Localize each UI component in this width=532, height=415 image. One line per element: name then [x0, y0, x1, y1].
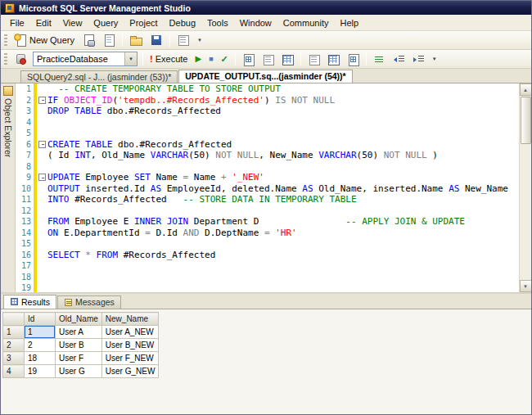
grid-cell[interactable]: User A_NEW — [101, 326, 159, 339]
grid-cell[interactable]: 19 — [25, 365, 56, 378]
results-tab-results[interactable]: Results — [3, 295, 56, 309]
scroll-up-arrow[interactable]: ▲ — [520, 83, 532, 96]
cancel-query-button[interactable]: ■ — [205, 51, 216, 67]
parse-button[interactable]: ✓ — [218, 51, 232, 67]
code-line[interactable]: 6CREATE TABLE dbo.#Records_Affected — [16, 139, 519, 151]
new-query-button[interactable]: New Query — [11, 32, 78, 48]
code-line[interactable]: 7( Id INT, Old_Name VARCHAR(50) NOT NULL… — [16, 150, 519, 161]
scrollbar-thumb[interactable] — [521, 97, 531, 144]
fold-collapse-icon[interactable] — [38, 141, 46, 148]
menu-item-debug[interactable]: Debug — [164, 16, 201, 29]
grid-column-header[interactable]: Id — [25, 313, 56, 326]
grid-cell[interactable]: User G_NEW — [101, 365, 159, 378]
query-options-button[interactable] — [259, 51, 277, 67]
results-to-file-button[interactable] — [344, 51, 363, 67]
toolbar-options-button[interactable]: ▼ — [194, 32, 205, 48]
grid-corner-cell[interactable] — [3, 313, 25, 326]
grid-cell[interactable]: User F_NEW — [101, 352, 159, 365]
open-file-button[interactable] — [126, 32, 146, 48]
code-line[interactable]: 17 — [16, 260, 519, 272]
grid-cell[interactable]: User A — [56, 326, 102, 339]
grid-row-header[interactable]: 1 — [3, 326, 25, 339]
grid-column-header[interactable]: New_Name — [101, 313, 159, 326]
grid-cell[interactable]: 1 — [25, 326, 56, 339]
increase-indent-button[interactable] — [409, 51, 428, 67]
results-tab-label: Messages — [75, 297, 115, 307]
toolbar-options-button[interactable]: ▼ — [429, 51, 440, 67]
code-text — [47, 161, 519, 173]
toolbar-grip[interactable] — [4, 53, 7, 65]
grid-cell[interactable]: 2 — [25, 339, 56, 352]
menu-item-view[interactable]: View — [57, 16, 88, 29]
menu-item-project[interactable]: Project — [124, 16, 163, 29]
toolbar-grip[interactable] — [4, 34, 7, 47]
outline-margin — [37, 272, 47, 283]
debug-button[interactable]: ▶ — [192, 51, 205, 67]
document-tab[interactable]: UPDATE_OUTPUT.sq...(jasminder (54))* — [178, 70, 352, 83]
code-text: UPDATE Employee SET Name = Name + '_NEW' — [47, 172, 519, 183]
code-line[interactable]: 3DROP TABLE dbo.#Records_Affected — [16, 106, 519, 117]
code-line[interactable]: 13FROM Employee E INNER JOIN Department … — [16, 216, 519, 228]
code-line[interactable]: 14ON E.DepartmentId = D.Id AND D.DeptNam… — [16, 228, 519, 239]
fold-collapse-icon[interactable] — [38, 174, 46, 181]
fold-collapse-icon[interactable] — [38, 97, 46, 104]
display-estimated-plan-button[interactable] — [239, 51, 258, 67]
database-selector[interactable]: PracticeDatabase ▼ — [33, 52, 138, 66]
code-line[interactable]: 8 — [16, 161, 519, 173]
decrease-indent-button[interactable] — [390, 51, 408, 67]
title-bar[interactable]: Microsoft SQL Server Management Studio — [1, 1, 531, 15]
menu-item-community[interactable]: Community — [277, 16, 335, 29]
grid-cell[interactable]: User F — [56, 352, 102, 365]
change-connection-button[interactable] — [11, 51, 30, 67]
grid-cell[interactable]: User B_NEW — [101, 339, 159, 352]
grid-row: 318User FUser F_NEW — [3, 352, 159, 365]
toolbar-options-dropdown-icon: ▼ — [432, 56, 437, 61]
code-line[interactable]: 5 — [16, 128, 519, 139]
menu-item-help[interactable]: Help — [334, 16, 364, 29]
code-line[interactable]: 9UPDATE Employee SET Name = Name + '_NEW… — [16, 172, 519, 183]
menu-item-window[interactable]: Window — [234, 16, 277, 29]
menu-item-edit[interactable]: Edit — [30, 16, 57, 29]
document-tab-bar: SQLQuery2.sql - J... (jasminder (53))*UP… — [1, 69, 531, 83]
save-button[interactable] — [147, 32, 166, 48]
code-line[interactable]: 4 — [16, 117, 519, 129]
object-explorer-tab[interactable]: Object Explorer — [1, 83, 16, 292]
grid-cell[interactable]: 18 — [25, 352, 56, 365]
code-line[interactable]: 15 — [16, 238, 519, 250]
grid-row-header[interactable]: 2 — [3, 339, 25, 352]
grid-row-header[interactable]: 4 — [3, 365, 25, 378]
results-to-text-button[interactable] — [304, 51, 323, 67]
results-tab-messages[interactable]: Messages — [57, 295, 121, 309]
code-editor[interactable]: 1 -- CREATE TEMPORARY TABLE TO STORE OUT… — [16, 83, 519, 292]
print-button[interactable] — [174, 32, 193, 48]
object-explorer-label: Object Explorer — [3, 98, 13, 157]
menu-item-tools[interactable]: Tools — [201, 16, 234, 29]
grid-column-header[interactable]: Old_Name — [56, 313, 102, 326]
code-line[interactable]: 12 — [16, 205, 519, 217]
code-line[interactable]: 16SELECT * FROM #Records_Affected — [16, 250, 519, 261]
intellisense-button[interactable] — [278, 51, 297, 67]
scroll-down-arrow[interactable]: ▼ — [520, 280, 532, 292]
analysis-query-button[interactable] — [99, 32, 119, 48]
comment-out-button[interactable] — [370, 51, 389, 67]
grid-cell[interactable]: User G — [56, 365, 102, 378]
execute-button[interactable]: ! Execute — [147, 51, 191, 67]
grid-row-header[interactable]: 3 — [3, 352, 25, 365]
editor-vertical-scrollbar[interactable]: ▲ ▼ — [519, 83, 531, 292]
print-icon — [177, 34, 190, 47]
results-to-grid-button[interactable] — [324, 51, 343, 67]
outline-margin — [37, 117, 47, 129]
document-tab[interactable]: SQLQuery2.sql - J... (jasminder (53))* — [20, 70, 178, 83]
grid-cell[interactable]: User B — [56, 339, 102, 352]
code-line[interactable]: 19 — [16, 282, 519, 292]
code-line[interactable]: 18 — [16, 272, 519, 283]
code-line[interactable]: 11INTO #Records_Affected -- STORE DATA I… — [16, 194, 519, 205]
database-selector-dropdown[interactable]: ▼ — [124, 52, 137, 65]
code-line[interactable]: 2IF OBJECT_ID('tempdb..#Records_Affected… — [16, 95, 519, 106]
code-line[interactable]: 10OUTPUT inserted.Id AS EmployeeId, dele… — [16, 183, 519, 195]
results-tab-bar: ResultsMessages — [1, 294, 531, 309]
menu-item-query[interactable]: Query — [88, 16, 124, 29]
code-line[interactable]: 1 -- CREATE TEMPORARY TABLE TO STORE OUT… — [16, 83, 519, 95]
menu-item-file[interactable]: File — [4, 16, 30, 29]
open-query-with-connection-button[interactable] — [79, 32, 98, 48]
